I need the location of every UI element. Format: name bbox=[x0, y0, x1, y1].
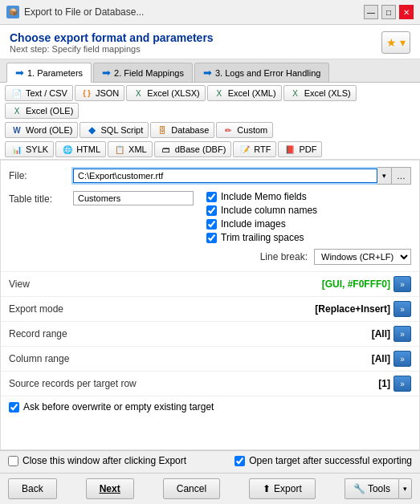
export-mode-param-label: Export mode bbox=[9, 303, 63, 315]
excel-xml-button[interactable]: X Excel (XML) bbox=[207, 85, 282, 101]
include-col-names-checkbox[interactable] bbox=[206, 205, 217, 216]
excel-ole-button[interactable]: X Excel (OLE) bbox=[5, 103, 79, 119]
export-button[interactable]: ⬆ Export bbox=[249, 478, 316, 499]
dbase-button[interactable]: 🗃 dBase (DBF) bbox=[154, 141, 232, 157]
ask-overwrite-row: Ask before overwrite or empty existing t… bbox=[9, 401, 411, 413]
bottom-checkboxes-section: Close this window after clicking Export … bbox=[0, 450, 420, 473]
title-bar-left: 📦 Export to File or Database... bbox=[6, 6, 144, 18]
excel-xls-button[interactable]: X Excel (XLS) bbox=[283, 85, 357, 101]
database-icon: 🗄 bbox=[156, 124, 169, 136]
cancel-button[interactable]: Cancel bbox=[163, 478, 220, 499]
source-records-param-row: Source records per target row [1] » bbox=[1, 372, 419, 396]
html-icon: 🌐 bbox=[61, 144, 74, 155]
database-button[interactable]: 🗄 Database bbox=[150, 122, 214, 138]
file-row: File: ▾ … bbox=[9, 167, 411, 185]
open-target-checkbox[interactable] bbox=[234, 456, 245, 466]
header-subtitle: Next step: Specify field mappings bbox=[10, 44, 214, 54]
view-param-button[interactable]: » bbox=[393, 276, 411, 292]
include-col-names-label: Include column names bbox=[221, 205, 317, 216]
json-icon: { } bbox=[80, 87, 93, 99]
rtf-icon: 📝 bbox=[239, 144, 251, 155]
maximize-button[interactable]: □ bbox=[381, 5, 396, 19]
ask-overwrite-label: Ask before overwrite or empty existing t… bbox=[23, 401, 214, 413]
include-memo-label: Include Memo fields bbox=[221, 191, 307, 202]
sylk-button[interactable]: 📊 SYLK bbox=[5, 141, 54, 157]
file-input[interactable] bbox=[73, 169, 377, 183]
close-window-label: Close this window after clicking Export bbox=[22, 455, 186, 466]
tab-arrow-icon3: ➡ bbox=[203, 67, 212, 79]
tab-arrow-icon: ➡ bbox=[15, 67, 24, 79]
open-target-row: Open target after successful exporting bbox=[234, 455, 412, 466]
word-ole-button[interactable]: W Word (OLE) bbox=[5, 122, 78, 138]
window-title: Export to File or Database... bbox=[24, 6, 144, 18]
app-window: 📦 Export to File or Database... — □ ✕ Ch… bbox=[0, 0, 420, 504]
tabs-bar: ➡ 1. Parameters ➡ 2. Field Mappings ➡ 3.… bbox=[0, 59, 420, 83]
include-images-row: Include images bbox=[206, 218, 317, 230]
record-range-param-button[interactable]: » bbox=[393, 326, 411, 342]
sql-script-icon: ◆ bbox=[85, 124, 98, 136]
column-range-param-button[interactable]: » bbox=[393, 351, 411, 367]
custom-icon: ✏ bbox=[222, 124, 234, 136]
excel-xml-icon: X bbox=[213, 87, 226, 99]
close-window-checkbox[interactable] bbox=[8, 456, 18, 466]
custom-button[interactable]: ✏ Custom bbox=[216, 122, 273, 138]
tab-arrow-icon2: ➡ bbox=[102, 67, 111, 79]
include-images-checkbox[interactable] bbox=[206, 219, 217, 230]
linebreak-label: Line break: bbox=[260, 251, 308, 262]
text-csv-icon: 📄 bbox=[10, 87, 23, 99]
html-button[interactable]: 🌐 HTML bbox=[55, 141, 106, 157]
minimize-button[interactable]: — bbox=[364, 5, 378, 19]
close-button[interactable]: ✕ bbox=[399, 5, 414, 19]
ask-overwrite-checkbox[interactable] bbox=[9, 402, 19, 413]
favorites-button[interactable]: ★ ▾ bbox=[381, 31, 410, 54]
tab-logs[interactable]: ➡ 3. Logs and Error Handling bbox=[194, 63, 329, 82]
file-dropdown-button[interactable]: ▾ bbox=[377, 167, 392, 185]
text-csv-button[interactable]: 📄 Text / CSV bbox=[5, 85, 73, 101]
export-mode-param-value: [Replace+Insert] bbox=[315, 303, 390, 315]
overwrite-checkbox-section: Ask before overwrite or empty existing t… bbox=[1, 396, 419, 420]
source-records-param-button[interactable]: » bbox=[393, 376, 411, 392]
file-label: File: bbox=[9, 170, 73, 181]
format-toolbar-row1: 📄 Text / CSV { } JSON X Excel (XLSX) X E… bbox=[0, 83, 420, 120]
close-window-row: Close this window after clicking Export bbox=[8, 455, 186, 466]
pdf-button[interactable]: 📕 PDF bbox=[278, 141, 322, 157]
tab-logs-label: 3. Logs and Error Handling bbox=[215, 68, 320, 78]
excel-ole-icon: X bbox=[10, 105, 23, 116]
main-content: File: ▾ … Table title: Include Memo fiel… bbox=[0, 160, 420, 450]
trim-trailing-checkbox[interactable] bbox=[206, 233, 217, 243]
sql-script-button[interactable]: ◆ SQL Script bbox=[80, 122, 149, 138]
pdf-icon: 📕 bbox=[283, 144, 296, 155]
table-title-input[interactable] bbox=[73, 191, 194, 205]
tab-field-mappings[interactable]: ➡ 2. Field Mappings bbox=[93, 63, 193, 82]
parameters-list: View [GUI, #F0FFF0] » Export mode [Repla… bbox=[1, 272, 419, 396]
header-title: Choose export format and parameters bbox=[10, 31, 214, 44]
tools-button[interactable]: 🔧 Tools bbox=[345, 478, 398, 499]
trim-trailing-label: Trim trailing spaces bbox=[221, 232, 304, 243]
header-section: Choose export format and parameters Next… bbox=[0, 25, 420, 59]
file-browse-button[interactable]: … bbox=[392, 167, 411, 185]
column-range-param-value-group: [All] » bbox=[372, 351, 411, 367]
linebreak-select[interactable]: Windows (CR+LF) bbox=[314, 249, 411, 265]
export-mode-param-value-group: [Replace+Insert] » bbox=[315, 301, 411, 317]
back-button[interactable]: Back bbox=[8, 478, 57, 499]
record-range-param-row: Record range [All] » bbox=[1, 322, 419, 347]
tab-field-mappings-label: 2. Field Mappings bbox=[114, 68, 184, 78]
view-param-row: View [GUI, #F0FFF0] » bbox=[1, 272, 419, 297]
table-title-left bbox=[73, 191, 194, 205]
form-area: File: ▾ … Table title: Include Memo fiel… bbox=[1, 161, 419, 272]
include-col-names-row: Include column names bbox=[206, 205, 317, 216]
xml-button[interactable]: 📋 XML bbox=[108, 141, 153, 157]
column-range-param-value: [All] bbox=[372, 353, 390, 364]
next-button[interactable]: Next bbox=[86, 478, 134, 499]
tab-parameters[interactable]: ➡ 1. Parameters bbox=[6, 63, 92, 83]
export-mode-param-button[interactable]: » bbox=[393, 301, 411, 317]
tools-dropdown-button[interactable]: ▾ bbox=[398, 478, 412, 499]
rtf-button[interactable]: 📝 RTF bbox=[233, 141, 276, 157]
excel-xlsx-button[interactable]: X Excel (XLSX) bbox=[126, 85, 205, 101]
include-memo-checkbox[interactable] bbox=[206, 192, 217, 202]
excel-xlsx-icon: X bbox=[132, 87, 145, 99]
format-toolbar-row2: W Word (OLE) ◆ SQL Script 🗄 Database ✏ C… bbox=[0, 120, 420, 140]
source-records-param-value-group: [1] » bbox=[378, 376, 411, 392]
json-button[interactable]: { } JSON bbox=[75, 85, 124, 101]
source-records-param-value: [1] bbox=[378, 378, 390, 389]
